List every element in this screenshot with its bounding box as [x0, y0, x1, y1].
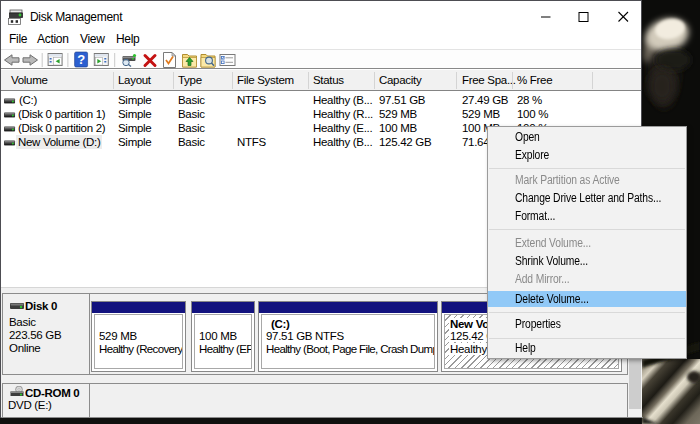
svg-text:?: ? [77, 52, 85, 67]
